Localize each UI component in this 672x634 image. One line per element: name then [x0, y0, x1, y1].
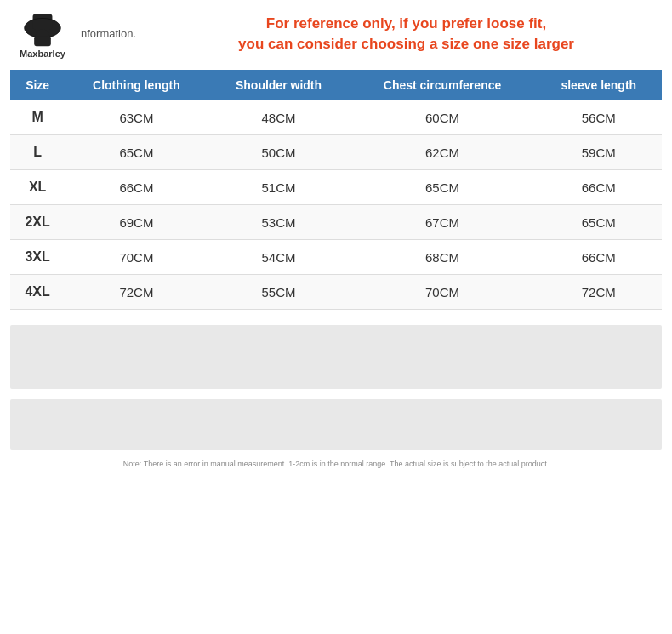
svg-rect-4 [34, 37, 51, 46]
cell-chest: 68CM [350, 240, 536, 275]
table-header: Size Clothing length Shoulder width Ches… [10, 70, 662, 100]
table-row: 2XL 69CM 53CM 67CM 65CM [10, 205, 662, 240]
table-body: M 63CM 48CM 60CM 56CM L 65CM 50CM 62CM 5… [10, 100, 662, 310]
cell-clothing-length: 72CM [65, 275, 208, 310]
size-table-container: Size Clothing length Shoulder width Ches… [0, 70, 672, 310]
cell-clothing-length: 66CM [65, 170, 208, 205]
header-note-line2: you can consider choosing a size one siz… [238, 36, 574, 52]
cell-chest: 70CM [350, 275, 536, 310]
cell-clothing-length: 63CM [65, 100, 208, 135]
table-row: XL 66CM 51CM 65CM 66CM [10, 170, 662, 205]
cell-sleeve: 66CM [536, 170, 662, 205]
cell-shoulder-width: 50CM [208, 135, 349, 170]
cell-chest: 62CM [350, 135, 536, 170]
brand-logo-icon [21, 9, 64, 47]
cell-sleeve: 65CM [536, 205, 662, 240]
col-shoulder-width: Shoulder width [208, 70, 349, 100]
logo-area: Maxbarley [9, 9, 77, 59]
col-chest: Chest circumference [350, 70, 536, 100]
header: Maxbarley nformation. For reference only… [0, 0, 672, 66]
table-row: 4XL 72CM 55CM 70CM 72CM [10, 275, 662, 310]
header-note-line1: For reference only, if you prefer loose … [266, 15, 546, 31]
cell-shoulder-width: 54CM [208, 240, 349, 275]
cell-shoulder-width: 55CM [208, 275, 349, 310]
cell-chest: 60CM [350, 100, 536, 135]
cell-size: 4XL [10, 275, 65, 310]
cell-chest: 65CM [350, 170, 536, 205]
cell-shoulder-width: 48CM [208, 100, 349, 135]
cell-shoulder-width: 51CM [208, 170, 349, 205]
svg-rect-1 [33, 14, 53, 30]
cell-sleeve: 59CM [536, 135, 662, 170]
header-note: For reference only, if you prefer loose … [136, 14, 659, 54]
col-size: Size [10, 70, 65, 100]
gray-placeholder-1 [10, 325, 662, 389]
table-row: L 65CM 50CM 62CM 59CM [10, 135, 662, 170]
size-table: Size Clothing length Shoulder width Ches… [10, 70, 662, 310]
header-info-text: nformation. [81, 27, 136, 40]
cell-sleeve: 66CM [536, 240, 662, 275]
cell-chest: 67CM [350, 205, 536, 240]
cell-size: 3XL [10, 240, 65, 275]
cell-sleeve: 56CM [536, 100, 662, 135]
table-row: 3XL 70CM 54CM 68CM 66CM [10, 240, 662, 275]
cell-size: M [10, 100, 65, 135]
brand-name: Maxbarley [20, 49, 65, 59]
table-header-row: Size Clothing length Shoulder width Ches… [10, 70, 662, 100]
cell-size: 2XL [10, 205, 65, 240]
col-clothing-length: Clothing length [65, 70, 208, 100]
table-row: M 63CM 48CM 60CM 56CM [10, 100, 662, 135]
cell-clothing-length: 69CM [65, 205, 208, 240]
cell-sleeve: 72CM [536, 275, 662, 310]
gray-placeholder-2 [10, 399, 662, 450]
cell-clothing-length: 70CM [65, 240, 208, 275]
cell-size: XL [10, 170, 65, 205]
cell-clothing-length: 65CM [65, 135, 208, 170]
page-wrapper: Maxbarley nformation. For reference only… [0, 0, 672, 634]
cell-shoulder-width: 53CM [208, 205, 349, 240]
col-sleeve: sleeve length [536, 70, 662, 100]
footer-note: Note: There is an error in manual measur… [10, 459, 662, 471]
cell-size: L [10, 135, 65, 170]
